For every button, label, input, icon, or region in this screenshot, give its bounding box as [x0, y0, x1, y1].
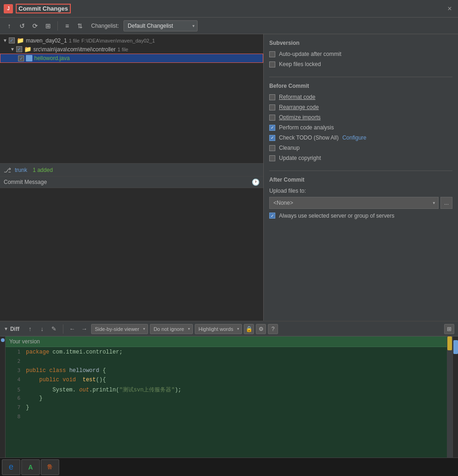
- line-num-6: 6: [9, 395, 20, 401]
- toolbar-grid-btn[interactable]: ⊞: [43, 20, 54, 31]
- taskbar-btn-app3[interactable]: 鲁: [41, 459, 59, 475]
- code-line-3: 3 public class helloword {: [6, 367, 447, 377]
- toolbar: ↑ ↺ ⟳ ⊞ ≡ ⇅ Changelist: Default Changeli…: [0, 18, 458, 34]
- line-num-4: 4: [9, 377, 20, 383]
- toolbar-undo-btn[interactable]: ↺: [17, 20, 28, 31]
- diff-up-btn[interactable]: ↑: [25, 324, 35, 334]
- arrow-icon-0: ▼: [3, 38, 7, 43]
- diff-prev-btn[interactable]: ←: [67, 324, 77, 334]
- cleanup-checkbox[interactable]: [269, 145, 275, 151]
- line-code-4: public void test(){: [26, 377, 106, 383]
- diff-label: Diff: [10, 326, 19, 332]
- diff-title: ▼ Diff: [4, 326, 19, 332]
- optimize-checkbox[interactable]: [269, 115, 275, 121]
- checkbox-helloword[interactable]: [18, 55, 24, 61]
- reformat-checkbox[interactable]: [269, 94, 275, 100]
- tree-path-maven: F:\IDEA\maven\maven_day02_1: [81, 38, 155, 43]
- auto-update-checkbox[interactable]: [269, 51, 275, 57]
- check-todo-checkbox[interactable]: [269, 135, 275, 141]
- diff-edit-btn[interactable]: ✎: [49, 324, 59, 334]
- help-icon-btn[interactable]: ?: [268, 324, 278, 334]
- check-todo-row: Check TODO (Show All) Configure: [269, 134, 452, 141]
- changelist-label: Changelist:: [91, 23, 119, 29]
- title-bar-left: J Commit Changes: [4, 4, 71, 13]
- right-accent: [453, 340, 458, 354]
- code-line-6: 6 }: [6, 395, 447, 404]
- settings-icon-btn[interactable]: ⚙: [256, 324, 266, 334]
- main-content: ▼ 📁 maven_day02_1 1 file F:\IDEA\maven\m…: [0, 34, 458, 321]
- reformat-label: Reformat code: [279, 94, 316, 100]
- rearrange-checkbox[interactable]: [269, 104, 275, 110]
- upload-select-wrapper: <None>: [269, 197, 439, 209]
- line-num-7: 7: [9, 404, 20, 410]
- changelist-select[interactable]: Default Changelist: [124, 20, 198, 31]
- file-tree[interactable]: ▼ 📁 maven_day02_1 1 file F:\IDEA\maven\m…: [0, 34, 263, 164]
- toolbar-refresh-btn[interactable]: ⟳: [30, 20, 41, 31]
- line-code-1: package com.itmei.controller;: [26, 349, 123, 355]
- upload-dots-button[interactable]: ...: [440, 197, 452, 209]
- auto-update-label: Auto-update after commit: [279, 51, 341, 57]
- toolbar-sort-btn[interactable]: ⇅: [74, 20, 86, 31]
- close-button[interactable]: ×: [445, 4, 454, 13]
- code-line-8: 8: [6, 414, 447, 423]
- diff-down-btn[interactable]: ↓: [37, 324, 47, 334]
- configure-link[interactable]: Configure: [342, 134, 366, 141]
- changelist-select-wrapper: Default Changelist: [124, 20, 198, 31]
- tree-item-maven[interactable]: ▼ 📁 maven_day02_1 1 file F:\IDEA\maven\m…: [0, 36, 263, 45]
- tree-item-helloword[interactable]: helloword.java: [0, 54, 263, 63]
- highlight-dropdown[interactable]: Highlight words: [195, 324, 242, 334]
- diff-expand-arrow[interactable]: ▼: [4, 326, 8, 331]
- tree-count-src: 1 file: [118, 47, 128, 52]
- diff-grid-btn[interactable]: ⊞: [444, 324, 454, 334]
- checkbox-src[interactable]: [16, 46, 22, 52]
- line-num-3: 3: [9, 367, 20, 373]
- tree-label-src: src\main\java\com\itmei\controller: [33, 46, 116, 53]
- upload-select[interactable]: <None>: [269, 197, 439, 209]
- diff-version-header: Your version: [6, 336, 447, 347]
- viewer-dropdown[interactable]: Side-by-side viewer: [91, 324, 148, 334]
- taskbar-btn-ie[interactable]: e: [2, 459, 20, 475]
- ignore-dropdown[interactable]: Do not ignore: [150, 324, 193, 334]
- diff-next-btn[interactable]: →: [79, 324, 89, 334]
- rearrange-row: Rearrange code: [269, 104, 452, 110]
- branch-icon: ⎇: [4, 166, 11, 174]
- side-dot: [1, 338, 5, 342]
- taskbar-btn-a[interactable]: A: [21, 459, 40, 475]
- diff-sep-1: [63, 324, 63, 334]
- always-use-row: Always use selected server or group of s…: [269, 213, 452, 219]
- upload-row: <None> ...: [269, 197, 452, 209]
- left-panel: ▼ 📁 maven_day02_1 1 file F:\IDEA\maven\m…: [0, 34, 264, 321]
- java-file-icon: [26, 55, 32, 61]
- divider-1: [269, 77, 452, 77]
- commit-message-clock-icon: 🕐: [252, 178, 260, 186]
- status-bar: ⎇ trunk 1 added: [0, 164, 263, 177]
- tree-label-maven: maven_day02_1: [26, 37, 67, 44]
- title-bar: J Commit Changes ×: [0, 0, 458, 18]
- toolbar-up-btn[interactable]: ↑: [4, 20, 15, 31]
- after-commit-title: After Commit: [269, 177, 452, 183]
- line-code-3: public class helloword {: [26, 367, 106, 374]
- diff-scrollbar-thumb: [447, 336, 452, 350]
- lock-icon-btn[interactable]: 🔒: [244, 324, 254, 334]
- toolbar-separator: [57, 21, 58, 31]
- keep-locked-checkbox[interactable]: [269, 61, 275, 67]
- app-icon: J: [4, 4, 13, 13]
- diff-scrollbar[interactable]: [447, 336, 452, 476]
- update-copyright-checkbox[interactable]: [269, 155, 275, 161]
- branch-name: trunk: [15, 167, 27, 173]
- arrow-icon-1: ▼: [10, 47, 15, 52]
- commit-message-input[interactable]: [0, 188, 263, 321]
- line-num-2: 2: [9, 358, 20, 364]
- code-line-7: 7 }: [6, 404, 447, 414]
- tree-item-src[interactable]: ▼ 📁 src\main\java\com\itmei\controller 1…: [0, 45, 263, 54]
- before-commit-title: Before Commit: [269, 83, 452, 89]
- checkbox-maven[interactable]: [9, 37, 15, 43]
- divider-2: [269, 171, 452, 171]
- added-badge: 1 added: [33, 167, 53, 173]
- always-use-checkbox[interactable]: [269, 213, 275, 219]
- diff-code-area[interactable]: Your version 1 package com.itmei.control…: [6, 336, 447, 476]
- right-side-strip: [452, 336, 458, 476]
- toolbar-list-btn[interactable]: ≡: [62, 20, 73, 31]
- analysis-checkbox[interactable]: [269, 125, 275, 131]
- keep-locked-row: Keep files locked: [269, 61, 452, 67]
